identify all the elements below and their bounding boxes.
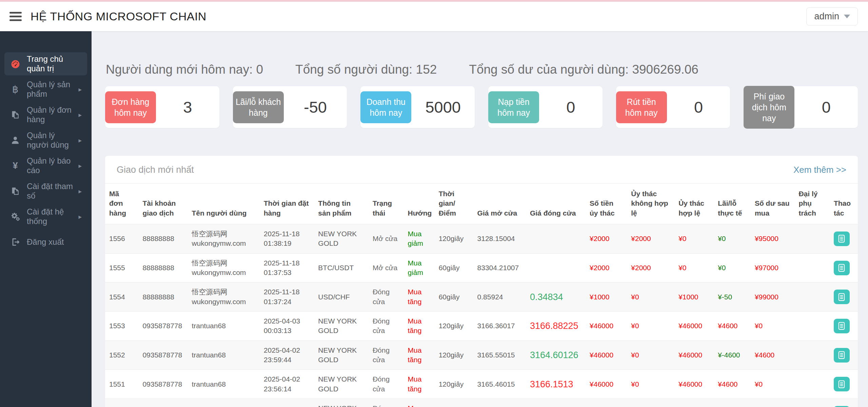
latest-transactions-panel: Giao dịch mới nhất Xem thêm >> Mã đơn hà…: [105, 156, 858, 407]
product-cell: NEW YORK GOLD: [314, 399, 369, 407]
balance-cell: ¥99000: [751, 282, 794, 312]
balance-cell: ¥0: [751, 370, 794, 399]
period-cell: 60giây: [435, 282, 473, 312]
pnl-cell: ¥4600: [714, 312, 751, 341]
page-title: HỆ THỐNG MICROSOFT CHAIN: [31, 10, 206, 23]
chevron-down-icon: [844, 15, 850, 18]
top-bar: HỆ THỐNG MICROSOFT CHAIN admin: [0, 2, 868, 31]
view-order-button[interactable]: [834, 261, 850, 275]
gears-icon: [9, 212, 21, 222]
close-price-cell: [526, 399, 586, 407]
open-price-cell: 83304.21007: [473, 253, 526, 282]
order-time-cell: 2025-11-18 01:38:19: [260, 224, 314, 254]
stat-cards-row: Đơn hàng hôm nay 3 Lãi/lỗ khách hàng -50…: [105, 86, 858, 128]
valid-entrust-cell: ¥1000: [674, 282, 714, 312]
direction-cell: Mua giảm: [403, 224, 434, 254]
view-order-button[interactable]: [834, 319, 850, 333]
balance-cell: [751, 399, 794, 407]
close-price-cell: 3166.88225: [526, 312, 586, 341]
close-price-cell: 3164.60126: [526, 340, 586, 370]
chevron-right-icon: ▸: [78, 136, 82, 144]
sidebar-item-system-settings[interactable]: Cài đặt hệ thống ▸: [4, 205, 87, 228]
sidebar-item-label: Cài đặt hệ thống: [27, 207, 73, 226]
status-cell: Đóng cửa: [369, 312, 404, 341]
account-cell: 0935878778: [138, 370, 188, 399]
action-cell: [830, 370, 858, 399]
status-cell: Đóng cửa: [369, 370, 404, 399]
sidebar-item-reports[interactable]: ¥ Quản lý báo cáo ▸: [4, 154, 87, 177]
col-status: Trạng thái: [369, 184, 404, 224]
account-cell: 88888888: [138, 253, 188, 282]
pnl-cell: [714, 399, 751, 407]
view-order-button[interactable]: [834, 290, 850, 304]
sidebar-item-label: Quản lý báo cáo: [27, 156, 73, 175]
sidebar-item-orders[interactable]: Quản lý đơn hàng ▸: [4, 103, 87, 126]
col-open-price: Giá mở cửa: [473, 184, 526, 224]
view-order-button[interactable]: [834, 377, 850, 391]
valid-entrust-cell: ¥46000: [674, 370, 714, 399]
pnl-cell: ¥0: [714, 224, 751, 254]
account-cell: 0935878778: [138, 340, 188, 370]
entrust-cell: ¥46000: [586, 312, 627, 341]
status-cell: Đóng cửa: [369, 399, 404, 407]
col-close-price: Giá đóng cửa: [526, 184, 586, 224]
hamburger-menu-icon[interactable]: [9, 12, 22, 21]
see-more-link[interactable]: Xem thêm >>: [793, 165, 846, 175]
open-price-cell: 0.85924: [473, 282, 526, 312]
col-entrust-amount: Số tiền ủy thác: [586, 184, 627, 224]
chevron-right-icon: ▸: [78, 86, 82, 93]
order-time-cell: 2025-11-18 01:37:24: [260, 282, 314, 312]
period-cell: 120giây: [435, 340, 473, 370]
status-cell: Đóng cửa: [369, 282, 404, 312]
entrust-cell: ¥46000: [586, 370, 627, 399]
view-order-button[interactable]: [834, 348, 850, 363]
card-deposits-today: Nạp tiền hôm nay 0: [488, 86, 603, 128]
admin-dropdown-button[interactable]: admin: [806, 7, 858, 25]
view-order-button[interactable]: [834, 232, 850, 246]
open-price-cell: 3165.55015: [473, 340, 526, 370]
table-row: 15510935878778trantuan682025-04-02 23:56…: [105, 370, 858, 399]
sidebar-item-label: Trang chủ quản trị: [27, 54, 82, 73]
invalid-entrust-cell: ¥2000: [627, 224, 674, 254]
status-cell: Đóng cửa: [369, 340, 404, 370]
stat-new-users-today: Người dùng mới hôm nay: 0: [106, 62, 263, 77]
product-cell: NEW YORK GOLD: [314, 370, 369, 399]
bitcoin-icon: ฿: [9, 84, 21, 95]
close-price-cell: [526, 224, 586, 254]
entrust-cell: ¥2000: [586, 253, 627, 282]
sidebar-item-label: Quản lý sản phẩm: [27, 80, 73, 99]
chevron-right-icon: ▸: [78, 187, 82, 195]
sidebar-item-products[interactable]: ฿ Quản lý sản phẩm ▸: [4, 78, 87, 101]
direction-cell: Mua tăng: [403, 370, 434, 399]
user-icon: [9, 135, 21, 145]
entrust-cell: ¥46000: [586, 340, 627, 370]
order-detail-icon: [837, 263, 846, 272]
order-id-cell: 1551: [105, 370, 138, 399]
panel-title: Giao dịch mới nhất: [117, 165, 194, 175]
pnl-cell: ¥4600: [714, 370, 751, 399]
card-label: Nạp tiền hôm nay: [488, 91, 539, 123]
order-id-cell: 1556: [105, 224, 138, 254]
valid-entrust-cell: [674, 399, 714, 407]
col-period: Thời gian/Điểm: [435, 184, 473, 224]
transactions-table: Mã đơn hàng Tài khoản giao dịch Tên ngườ…: [105, 184, 858, 407]
main-content: Người dùng mới hôm nay: 0 Tổng số người …: [92, 31, 868, 407]
col-username: Tên người dùng: [188, 184, 259, 224]
username-cell: trantuan68: [188, 340, 259, 370]
card-label: Phí giao dịch hôm nay: [744, 86, 794, 129]
valid-entrust-cell: ¥46000: [674, 312, 714, 341]
close-price-cell: [526, 253, 586, 282]
order-id-cell: 1552: [105, 340, 138, 370]
order-id-cell: 1554: [105, 282, 138, 312]
action-cell: [830, 282, 858, 312]
sidebar-item-dashboard[interactable]: Trang chủ quản trị: [4, 52, 87, 75]
sidebar-item-logout[interactable]: Đăng xuất: [4, 230, 87, 254]
agent-cell: [794, 282, 830, 312]
col-product: Thông tin sản phẩm: [314, 184, 369, 224]
sidebar-item-parameters[interactable]: Cài đặt tham số ▸: [4, 180, 87, 203]
card-value: 0: [566, 98, 575, 116]
order-time-cell: 2025-04-02 23:59:44: [260, 340, 314, 370]
sidebar-item-label: Quản lý đơn hàng: [27, 105, 73, 124]
col-order-time: Thời gian đặt hàng: [260, 184, 314, 224]
sidebar-item-users[interactable]: Quản lý người dùng ▸: [4, 129, 87, 152]
